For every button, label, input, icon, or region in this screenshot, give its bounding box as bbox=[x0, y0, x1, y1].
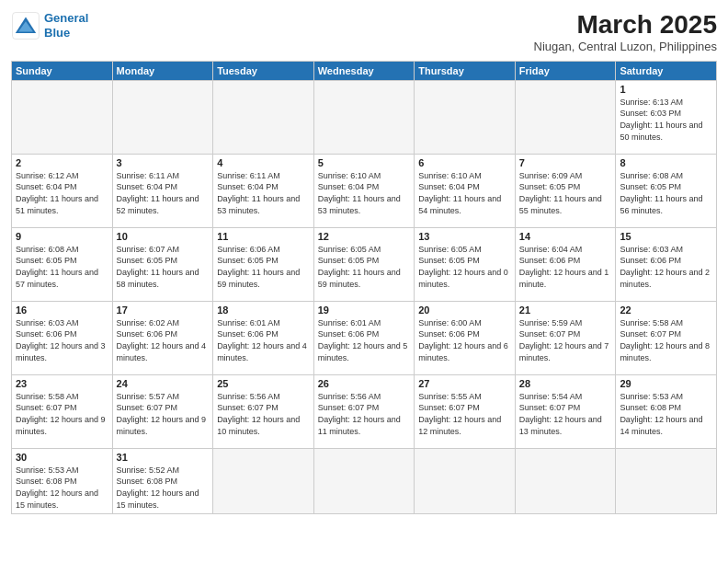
day-info: Sunrise: 5:58 AM Sunset: 6:07 PM Dayligh… bbox=[620, 317, 712, 363]
day-number: 24 bbox=[117, 378, 210, 389]
table-row: 31Sunrise: 5:52 AM Sunset: 6:08 PM Dayli… bbox=[112, 448, 213, 513]
table-row: 7Sunrise: 6:09 AM Sunset: 6:05 PM Daylig… bbox=[515, 154, 616, 227]
day-info: Sunrise: 5:56 AM Sunset: 6:07 PM Dayligh… bbox=[217, 391, 310, 437]
day-info: Sunrise: 6:13 AM Sunset: 6:03 PM Dayligh… bbox=[620, 97, 712, 143]
day-number: 28 bbox=[519, 378, 612, 389]
day-number: 2 bbox=[16, 157, 108, 168]
day-info: Sunrise: 5:53 AM Sunset: 6:08 PM Dayligh… bbox=[16, 465, 108, 511]
header-tuesday: Tuesday bbox=[213, 61, 314, 80]
table-row: 27Sunrise: 5:55 AM Sunset: 6:07 PM Dayli… bbox=[415, 374, 516, 448]
table-row bbox=[12, 80, 113, 154]
table-row bbox=[313, 448, 415, 513]
table-row: 8Sunrise: 6:08 AM Sunset: 6:05 PM Daylig… bbox=[616, 154, 717, 227]
day-info: Sunrise: 6:10 AM Sunset: 6:04 PM Dayligh… bbox=[318, 170, 411, 216]
table-row: 11Sunrise: 6:06 AM Sunset: 6:05 PM Dayli… bbox=[213, 227, 314, 301]
table-row bbox=[415, 448, 516, 513]
table-row: 2Sunrise: 6:12 AM Sunset: 6:04 PM Daylig… bbox=[12, 154, 113, 227]
table-row: 12Sunrise: 6:05 AM Sunset: 6:05 PM Dayli… bbox=[313, 227, 415, 301]
table-row: 4Sunrise: 6:11 AM Sunset: 6:04 PM Daylig… bbox=[213, 154, 314, 227]
day-info: Sunrise: 6:12 AM Sunset: 6:04 PM Dayligh… bbox=[16, 170, 108, 216]
table-row: 26Sunrise: 5:56 AM Sunset: 6:07 PM Dayli… bbox=[313, 374, 415, 448]
day-number: 5 bbox=[318, 157, 411, 168]
table-row: 17Sunrise: 6:02 AM Sunset: 6:06 PM Dayli… bbox=[112, 301, 213, 374]
day-number: 9 bbox=[16, 231, 108, 242]
table-row: 24Sunrise: 5:57 AM Sunset: 6:07 PM Dayli… bbox=[112, 374, 213, 448]
calendar-table: Sunday Monday Tuesday Wednesday Thursday… bbox=[11, 61, 717, 514]
table-row: 9Sunrise: 6:08 AM Sunset: 6:05 PM Daylig… bbox=[12, 227, 113, 301]
day-info: Sunrise: 6:03 AM Sunset: 6:06 PM Dayligh… bbox=[620, 244, 712, 290]
day-number: 19 bbox=[318, 304, 411, 316]
day-info: Sunrise: 5:56 AM Sunset: 6:07 PM Dayligh… bbox=[318, 391, 411, 437]
day-number: 3 bbox=[117, 157, 210, 168]
day-number: 1 bbox=[620, 84, 712, 95]
table-row: 30Sunrise: 5:53 AM Sunset: 6:08 PM Dayli… bbox=[12, 448, 113, 513]
day-info: Sunrise: 6:09 AM Sunset: 6:05 PM Dayligh… bbox=[519, 170, 612, 216]
day-info: Sunrise: 6:04 AM Sunset: 6:06 PM Dayligh… bbox=[519, 244, 612, 290]
day-info: Sunrise: 6:03 AM Sunset: 6:06 PM Dayligh… bbox=[16, 317, 108, 363]
table-row bbox=[313, 80, 415, 154]
header-saturday: Saturday bbox=[616, 61, 717, 80]
day-number: 12 bbox=[318, 231, 411, 242]
table-row: 19Sunrise: 6:01 AM Sunset: 6:06 PM Dayli… bbox=[313, 301, 415, 374]
header-monday: Monday bbox=[112, 61, 213, 80]
day-info: Sunrise: 6:11 AM Sunset: 6:04 PM Dayligh… bbox=[217, 170, 310, 216]
table-row bbox=[213, 80, 314, 154]
day-number: 20 bbox=[418, 304, 511, 316]
day-number: 11 bbox=[217, 231, 310, 242]
day-number: 22 bbox=[620, 304, 712, 316]
day-number: 16 bbox=[16, 304, 108, 316]
table-row: 15Sunrise: 6:03 AM Sunset: 6:06 PM Dayli… bbox=[616, 227, 717, 301]
day-info: Sunrise: 6:07 AM Sunset: 6:05 PM Dayligh… bbox=[117, 244, 210, 290]
day-info: Sunrise: 5:52 AM Sunset: 6:08 PM Dayligh… bbox=[117, 465, 210, 511]
day-number: 4 bbox=[217, 157, 310, 168]
logo-line2: Blue bbox=[44, 26, 70, 40]
day-info: Sunrise: 5:59 AM Sunset: 6:07 PM Dayligh… bbox=[519, 317, 612, 363]
logo-text: General Blue bbox=[44, 11, 88, 40]
day-info: Sunrise: 5:55 AM Sunset: 6:07 PM Dayligh… bbox=[418, 391, 511, 437]
day-info: Sunrise: 6:08 AM Sunset: 6:05 PM Dayligh… bbox=[16, 244, 108, 290]
day-info: Sunrise: 5:54 AM Sunset: 6:07 PM Dayligh… bbox=[519, 391, 612, 437]
table-row bbox=[213, 448, 314, 513]
table-row: 25Sunrise: 5:56 AM Sunset: 6:07 PM Dayli… bbox=[213, 374, 314, 448]
table-row: 21Sunrise: 5:59 AM Sunset: 6:07 PM Dayli… bbox=[515, 301, 616, 374]
day-number: 26 bbox=[318, 378, 411, 389]
header: General Blue March 2025 Niugan, Central … bbox=[11, 11, 717, 53]
day-number: 14 bbox=[519, 231, 612, 242]
table-row: 18Sunrise: 6:01 AM Sunset: 6:06 PM Dayli… bbox=[213, 301, 314, 374]
day-info: Sunrise: 5:57 AM Sunset: 6:07 PM Dayligh… bbox=[117, 391, 210, 437]
day-info: Sunrise: 6:08 AM Sunset: 6:05 PM Dayligh… bbox=[620, 170, 712, 216]
day-info: Sunrise: 6:05 AM Sunset: 6:05 PM Dayligh… bbox=[418, 244, 511, 290]
logo: General Blue bbox=[11, 11, 88, 40]
page: General Blue March 2025 Niugan, Central … bbox=[0, 0, 728, 563]
day-info: Sunrise: 6:05 AM Sunset: 6:05 PM Dayligh… bbox=[318, 244, 411, 290]
location-subtitle: Niugan, Central Luzon, Philippines bbox=[534, 40, 717, 53]
table-row: 29Sunrise: 5:53 AM Sunset: 6:08 PM Dayli… bbox=[616, 374, 717, 448]
day-number: 18 bbox=[217, 304, 310, 316]
day-number: 8 bbox=[620, 157, 712, 168]
table-row bbox=[415, 80, 516, 154]
table-row: 10Sunrise: 6:07 AM Sunset: 6:05 PM Dayli… bbox=[112, 227, 213, 301]
table-row: 28Sunrise: 5:54 AM Sunset: 6:07 PM Dayli… bbox=[515, 374, 616, 448]
weekday-header-row: Sunday Monday Tuesday Wednesday Thursday… bbox=[12, 61, 717, 80]
header-sunday: Sunday bbox=[12, 61, 113, 80]
day-number: 7 bbox=[519, 157, 612, 168]
day-number: 21 bbox=[519, 304, 612, 316]
table-row: 3Sunrise: 6:11 AM Sunset: 6:04 PM Daylig… bbox=[112, 154, 213, 227]
day-number: 29 bbox=[620, 378, 712, 389]
day-number: 30 bbox=[16, 452, 108, 463]
logo-line1: General bbox=[44, 11, 88, 25]
table-row: 6Sunrise: 6:10 AM Sunset: 6:04 PM Daylig… bbox=[415, 154, 516, 227]
table-row bbox=[515, 80, 616, 154]
day-number: 10 bbox=[117, 231, 210, 242]
day-info: Sunrise: 6:02 AM Sunset: 6:06 PM Dayligh… bbox=[117, 317, 210, 363]
table-row: 16Sunrise: 6:03 AM Sunset: 6:06 PM Dayli… bbox=[12, 301, 113, 374]
day-info: Sunrise: 5:58 AM Sunset: 6:07 PM Dayligh… bbox=[16, 391, 108, 437]
month-title: March 2025 bbox=[534, 11, 717, 40]
day-info: Sunrise: 6:01 AM Sunset: 6:06 PM Dayligh… bbox=[217, 317, 310, 363]
header-friday: Friday bbox=[515, 61, 616, 80]
day-number: 6 bbox=[418, 157, 511, 168]
header-thursday: Thursday bbox=[415, 61, 516, 80]
generalblue-logo-icon bbox=[11, 11, 40, 40]
header-wednesday: Wednesday bbox=[313, 61, 415, 80]
title-block: March 2025 Niugan, Central Luzon, Philip… bbox=[534, 11, 717, 53]
